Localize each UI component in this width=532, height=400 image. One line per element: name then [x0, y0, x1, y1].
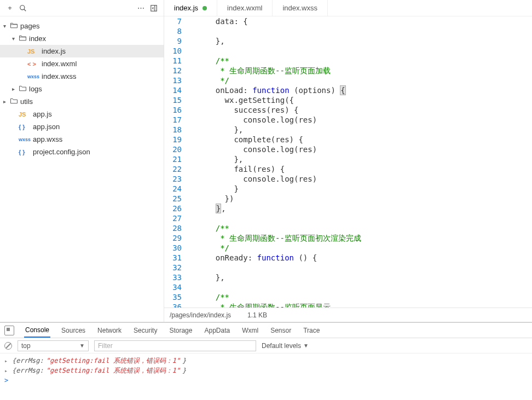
caret-icon: ▾	[3, 23, 10, 29]
tree-file[interactable]: wxssapp.wxss	[0, 133, 164, 146]
new-file-button[interactable]: +	[3, 2, 16, 15]
js-file-icon: JS	[19, 111, 31, 118]
tree-folder[interactable]: ▾index	[0, 32, 164, 45]
element-inspector-toggle[interactable]	[4, 326, 14, 335]
svg-point-0	[20, 5, 25, 9]
code-line[interactable]	[197, 282, 532, 292]
code-line[interactable]: onReady: function () {	[197, 253, 532, 263]
tree-file[interactable]: { }project.config.json	[0, 146, 164, 158]
tree-file[interactable]: JSindex.js	[0, 45, 164, 57]
console-filter-input[interactable]: Filter	[94, 340, 256, 351]
console-message[interactable]: ▸{errMsg: "getSetting:fail 系统错误，错误码：1"}	[4, 356, 528, 366]
code-line[interactable]: console.log(res)	[197, 144, 532, 154]
tree-label: utils	[20, 97, 33, 106]
tree-label: index.js	[42, 47, 66, 55]
code-line[interactable]: },	[197, 36, 532, 46]
more-button[interactable]: ⋯	[134, 2, 147, 15]
code-line[interactable]: complete(res) {	[197, 135, 532, 144]
log-levels-selector[interactable]: Default levels ▼	[262, 342, 309, 350]
editor-tab[interactable]: index.js	[164, 0, 217, 16]
editor-tab[interactable]: index.wxml	[217, 0, 273, 16]
code-line[interactable]: console.log(res)	[197, 115, 532, 125]
json-file-icon: { }	[19, 149, 31, 155]
tree-file[interactable]: < >index.wxml	[0, 57, 164, 70]
code-line[interactable]	[197, 26, 532, 36]
code-line[interactable]	[197, 263, 532, 273]
code-line[interactable]: */	[197, 76, 532, 85]
caret-icon: ▸	[12, 86, 19, 92]
code-line[interactable]: console.log(res)	[197, 174, 532, 184]
console-message[interactable]: ▸{errMsg: "getSetting:fail 系统错误，错误码：1"}	[4, 366, 528, 375]
code-line[interactable]: * 生命周期函数--监听页面显示	[197, 302, 532, 308]
tree-folder[interactable]: ▾pages	[0, 20, 164, 32]
code-line[interactable]: * 生命周期函数--监听页面加载	[197, 66, 532, 76]
code-line[interactable]: /**	[197, 56, 532, 66]
sidebar-toolbar: + ⋯	[0, 0, 164, 16]
editor-statusbar: /pages/index/index.js 1.1 KB	[164, 308, 532, 322]
devtools-tab-storage[interactable]: Storage	[168, 323, 193, 338]
editor-tab[interactable]: index.wxss	[273, 0, 328, 16]
code-line[interactable]: /**	[197, 223, 532, 233]
folder-icon	[10, 22, 18, 30]
code-line[interactable]: })	[197, 194, 532, 204]
expand-caret-icon: ▸	[4, 358, 10, 364]
tree-label: index	[29, 34, 46, 43]
svg-rect-2	[151, 5, 157, 11]
tree-file[interactable]: JSapp.js	[0, 108, 164, 120]
wxss-file-icon: wxss	[19, 137, 31, 142]
file-tree: ▾pages▾indexJSindex.js< >index.wxmlwxssi…	[0, 16, 164, 322]
code-line[interactable]: success(res) {	[197, 105, 532, 115]
log-levels-label: Default levels	[262, 342, 301, 350]
tree-folder[interactable]: ▸utils	[0, 95, 164, 108]
devtools-tab-network[interactable]: Network	[96, 323, 123, 338]
code-line[interactable]	[197, 213, 532, 223]
code-line[interactable]: wx.getSetting({	[197, 95, 532, 105]
code-line[interactable]: /**	[197, 292, 532, 302]
editor-tabs: index.jsindex.wxmlindex.wxss	[164, 0, 532, 16]
tree-label: app.wxss	[33, 135, 62, 143]
console-prompt[interactable]: >	[4, 375, 528, 385]
tab-label: index.wxss	[282, 4, 317, 12]
devtools-tab-wxml[interactable]: Wxml	[241, 323, 259, 338]
devtools-tab-console[interactable]: Console	[24, 323, 50, 338]
tree-file[interactable]: { }app.json	[0, 120, 164, 133]
code-content[interactable]: data: { }, /** * 生命周期函数--监听页面加载 */ onLoa…	[192, 16, 532, 308]
context-selector[interactable]: top ▼	[18, 340, 89, 351]
collapse-panel-button[interactable]	[147, 2, 160, 15]
json-file-icon: { }	[19, 124, 31, 130]
code-line[interactable]: fail(res) {	[197, 164, 532, 174]
code-line[interactable]: data: {	[197, 16, 532, 26]
clear-console-button[interactable]	[4, 342, 12, 350]
search-button[interactable]	[16, 2, 30, 15]
code-line[interactable]: },	[197, 154, 532, 164]
svg-line-1	[24, 9, 26, 11]
devtools-tab-trace[interactable]: Trace	[302, 323, 321, 338]
devtools-tab-appdata[interactable]: AppData	[203, 323, 231, 338]
console-output[interactable]: ▸{errMsg: "getSetting:fail 系统错误，错误码：1"}▸…	[0, 353, 532, 400]
code-line[interactable]: },	[197, 204, 532, 213]
folder-icon	[10, 97, 18, 106]
code-line[interactable]: onLoad: function (options) {	[197, 85, 532, 95]
code-line[interactable]: }	[197, 184, 532, 194]
console-filter-bar: top ▼ Filter Default levels ▼	[0, 338, 532, 353]
code-line[interactable]	[197, 46, 532, 56]
folder-icon	[19, 34, 27, 43]
folder-icon	[19, 85, 27, 93]
code-line[interactable]: * 生命周期函数--监听页面初次渲染完成	[197, 233, 532, 243]
tree-label: project.config.json	[33, 148, 90, 156]
devtools-tab-sources[interactable]: Sources	[60, 323, 86, 338]
tree-file[interactable]: wxssindex.wxss	[0, 70, 164, 83]
devtools-tab-security[interactable]: Security	[132, 323, 158, 338]
code-line[interactable]: },	[197, 273, 532, 282]
js-file-icon: JS	[27, 48, 39, 55]
tree-folder[interactable]: ▸logs	[0, 83, 164, 95]
code-editor[interactable]: 7891011121314151617181920212223242526272…	[164, 16, 532, 308]
code-line[interactable]: */	[197, 243, 532, 253]
code-line[interactable]: },	[197, 125, 532, 135]
prompt-icon: >	[4, 376, 8, 384]
file-path: /pages/index/index.js	[170, 311, 231, 319]
tab-label: index.wxml	[227, 4, 262, 12]
devtools-tab-sensor[interactable]: Sensor	[269, 323, 292, 338]
console-message-text: "getSetting:fail 系统错误，错误码：1"	[46, 356, 180, 366]
console-message-text: "getSetting:fail 系统错误，错误码：1"	[46, 366, 180, 375]
